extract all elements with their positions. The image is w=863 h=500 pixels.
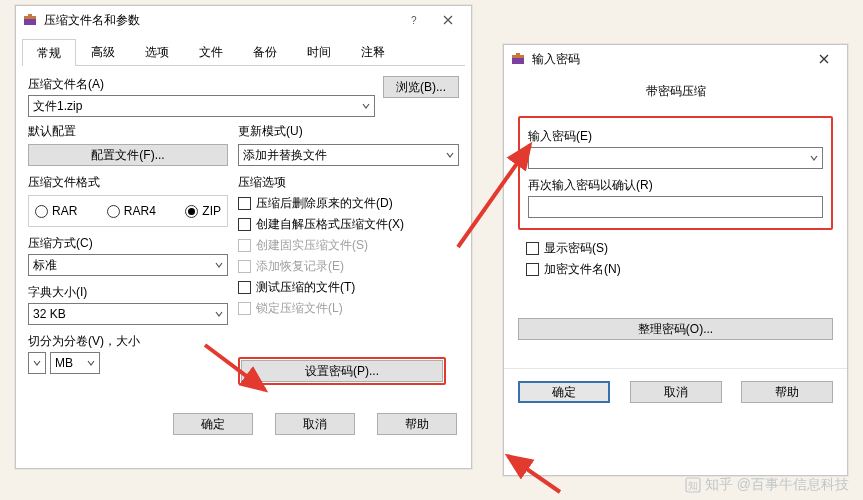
- chevron-down-icon: [33, 359, 41, 367]
- split-volumes-label: 切分为分卷(V)，大小: [28, 333, 228, 350]
- tab-comment[interactable]: 注释: [346, 38, 400, 65]
- enter-password-input[interactable]: [528, 147, 823, 169]
- tab-time[interactable]: 时间: [292, 38, 346, 65]
- archive-name-label: 压缩文件名(A): [28, 76, 375, 93]
- dictionary-size-label: 字典大小(I): [28, 284, 228, 301]
- option-delete-after[interactable]: 压缩后删除原来的文件(D): [238, 195, 459, 212]
- ok-button[interactable]: 确定: [173, 413, 253, 435]
- dictionary-size-select[interactable]: 32 KB: [28, 303, 228, 325]
- window-enter-password: 输入密码 带密码压缩 输入密码(E) 再次输入密码以确认(R) 显示密码(S) …: [503, 44, 848, 476]
- ok-button[interactable]: 确定: [518, 381, 610, 403]
- default-profile-label: 默认配置: [28, 123, 228, 140]
- window-title: 输入密码: [532, 51, 807, 68]
- option-lock-archive: 锁定压缩文件(L): [238, 300, 459, 317]
- compression-method-select[interactable]: 标准: [28, 254, 228, 276]
- chevron-down-icon: [362, 102, 370, 110]
- chevron-down-icon: [215, 261, 223, 269]
- archive-format-label: 压缩文件格式: [28, 174, 228, 191]
- annotation-arrow-icon: [450, 135, 540, 255]
- titlebar: 压缩文件名和参数 ?: [16, 6, 471, 34]
- archiving-options-label: 压缩选项: [238, 174, 459, 191]
- close-icon[interactable]: [431, 9, 465, 31]
- cancel-button[interactable]: 取消: [630, 381, 722, 403]
- browse-button[interactable]: 浏览(B)...: [383, 76, 459, 98]
- app-icon: [22, 12, 38, 28]
- option-create-sfx[interactable]: 创建自解压格式压缩文件(X): [238, 216, 459, 233]
- tab-advanced[interactable]: 高级: [76, 38, 130, 65]
- option-test-archive[interactable]: 测试压缩的文件(T): [238, 279, 459, 296]
- close-icon[interactable]: [807, 48, 841, 70]
- annotation-arrow-icon: [500, 450, 570, 498]
- chevron-down-icon: [810, 154, 818, 162]
- compression-method-label: 压缩方式(C): [28, 235, 228, 252]
- radio-rar4[interactable]: RAR4: [107, 204, 156, 218]
- split-volumes-unit[interactable]: MB: [50, 352, 100, 374]
- svg-text:?: ?: [411, 15, 417, 25]
- archive-format-radiogroup: RAR RAR4 ZIP: [28, 195, 228, 227]
- svg-rect-2: [28, 14, 32, 17]
- organize-passwords-button[interactable]: 整理密码(O)...: [518, 318, 833, 340]
- password-fields-highlight: 输入密码(E) 再次输入密码以确认(R): [518, 116, 833, 230]
- profiles-button[interactable]: 配置文件(F)...: [28, 144, 228, 166]
- tab-general[interactable]: 常规: [22, 39, 76, 66]
- tab-options[interactable]: 选项: [130, 38, 184, 65]
- enter-password-label: 输入密码(E): [528, 128, 823, 145]
- radio-zip[interactable]: ZIP: [185, 204, 221, 218]
- annotation-arrow-icon: [200, 340, 280, 405]
- tab-files[interactable]: 文件: [184, 38, 238, 65]
- password-subtitle: 带密码压缩: [504, 73, 847, 106]
- watermark: 知 知乎 @百事牛信息科技: [685, 476, 849, 494]
- update-mode-label: 更新模式(U): [238, 123, 459, 140]
- cancel-button[interactable]: 取消: [275, 413, 355, 435]
- tab-backup[interactable]: 备份: [238, 38, 292, 65]
- show-password-checkbox[interactable]: 显示密码(S): [526, 240, 825, 257]
- archive-name-value: 文件1.zip: [33, 98, 82, 115]
- screenshot-stage: 压缩文件名和参数 ? 常规 高级 选项 文件 备份 时间 注释 压缩文件名(A)…: [0, 0, 863, 500]
- encrypt-filenames-checkbox[interactable]: 加密文件名(N): [526, 261, 825, 278]
- app-icon: [510, 51, 526, 67]
- chevron-down-icon: [215, 310, 223, 318]
- svg-rect-6: [516, 53, 520, 56]
- help-button[interactable]: 帮助: [741, 381, 833, 403]
- svg-text:知: 知: [688, 480, 698, 491]
- option-recovery-record: 添加恢复记录(E): [238, 258, 459, 275]
- split-volumes-input[interactable]: [28, 352, 46, 374]
- reenter-password-label: 再次输入密码以确认(R): [528, 177, 823, 194]
- tab-bar: 常规 高级 选项 文件 备份 时间 注释: [22, 38, 465, 66]
- update-mode-select[interactable]: 添加并替换文件: [238, 144, 459, 166]
- reenter-password-input[interactable]: [528, 196, 823, 218]
- help-button[interactable]: 帮助: [377, 413, 457, 435]
- help-button-icon[interactable]: ?: [397, 9, 431, 31]
- chevron-down-icon: [87, 359, 95, 367]
- radio-rar[interactable]: RAR: [35, 204, 77, 218]
- window-title: 压缩文件名和参数: [44, 12, 397, 29]
- option-solid-archive: 创建固实压缩文件(S): [238, 237, 459, 254]
- archive-name-input[interactable]: 文件1.zip: [28, 95, 375, 117]
